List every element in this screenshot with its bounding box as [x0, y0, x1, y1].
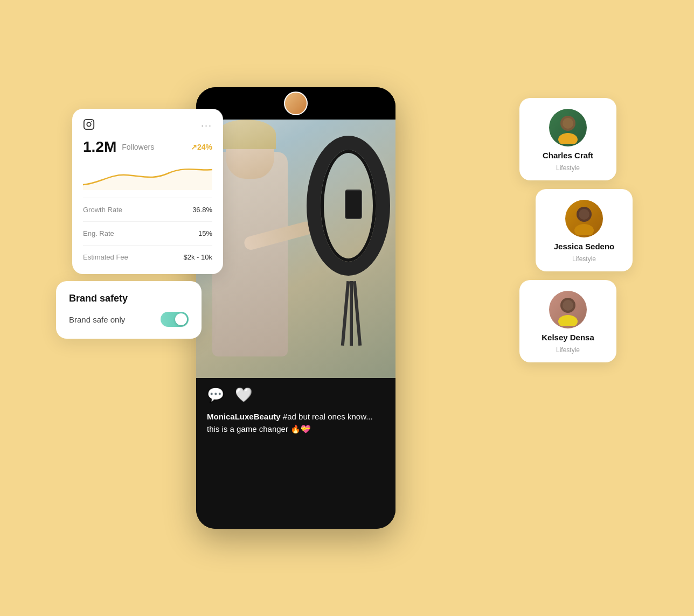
- stats-divider-2: [83, 221, 212, 222]
- eng-rate-value: 15%: [198, 229, 212, 237]
- stat-row-growth: Growth Rate 36.8%: [83, 202, 212, 217]
- stats-card-header: ···: [83, 118, 212, 133]
- brand-safety-row: Brand safe only: [69, 312, 189, 327]
- brand-safe-toggle[interactable]: [161, 312, 189, 327]
- kelsey-name: Kelsey Densa: [542, 333, 594, 342]
- comment-icon[interactable]: 💬: [207, 387, 224, 403]
- avatar-kelsey: [549, 291, 587, 328]
- avatar-face-jessica: [565, 200, 603, 237]
- caption-username: MonicaLuxeBeauty: [207, 412, 281, 421]
- main-scene: 💬 🤍 MonicaLuxeBeauty #ad but real ones k…: [105, 66, 589, 550]
- svg-point-5: [563, 118, 573, 129]
- followers-count: 1.2M: [83, 138, 116, 156]
- svg-point-1: [87, 122, 91, 126]
- followers-row: 1.2M Followers ↗24%: [83, 138, 212, 156]
- brand-safety-title: Brand safety: [69, 293, 189, 304]
- charles-category: Lifestyle: [556, 164, 580, 172]
- eng-rate-label: Eng. Rate: [83, 229, 114, 237]
- influencer-card-jessica[interactable]: Jessica Sedeno Lifestyle: [536, 189, 633, 271]
- growth-rate-value: 36.8%: [192, 206, 212, 214]
- svg-point-7: [574, 224, 594, 235]
- toggle-thumb: [175, 313, 187, 325]
- estimated-fee-value: $2k - 10k: [184, 253, 212, 261]
- svg-point-2: [91, 121, 92, 122]
- influencer-card-kelsey[interactable]: Kelsey Densa Lifestyle: [519, 280, 616, 362]
- stats-divider: [83, 198, 212, 198]
- follower-chart: [83, 163, 212, 190]
- charles-name: Charles Craft: [543, 151, 593, 160]
- followers-label: Followers: [122, 143, 154, 151]
- brand-safe-only-label: Brand safe only: [69, 315, 125, 324]
- kelsey-category: Lifestyle: [556, 346, 580, 354]
- phone-profile-avatar: [284, 92, 308, 115]
- brand-safety-card: Brand safety Brand safe only: [56, 281, 202, 339]
- growth-rate-label: Growth Rate: [83, 206, 122, 214]
- svg-point-10: [558, 315, 578, 326]
- avatar-face-charles: [549, 109, 587, 146]
- stat-row-fee: Estimated Fee $2k - 10k: [83, 250, 212, 264]
- phone-top-bar: [196, 87, 395, 120]
- phone-card: 💬 🤍 MonicaLuxeBeauty #ad but real ones k…: [196, 87, 395, 529]
- jessica-name: Jessica Sedeno: [554, 242, 615, 251]
- jessica-category: Lifestyle: [572, 255, 596, 263]
- phone-bottom: 💬 🤍 MonicaLuxeBeauty #ad but real ones k…: [196, 378, 395, 529]
- more-options-button[interactable]: ···: [201, 120, 212, 131]
- phone-actions: 💬 🤍: [207, 387, 385, 403]
- estimated-fee-label: Estimated Fee: [83, 253, 128, 261]
- phone-image: [196, 120, 395, 378]
- stats-card: ··· 1.2M Followers ↗24% Growth Rate 36.8…: [72, 109, 223, 274]
- svg-point-11: [563, 300, 573, 311]
- svg-rect-0: [84, 120, 94, 129]
- growth-badge: ↗24%: [191, 143, 212, 151]
- instagram-icon: [83, 118, 95, 133]
- like-icon[interactable]: 🤍: [235, 387, 252, 403]
- influencer-card-charles[interactable]: Charles Craft Lifestyle: [519, 98, 616, 180]
- avatar-charles: [549, 109, 587, 146]
- influencer-cards-list: Charles Craft Lifestyle Jessica Sedeno L…: [519, 98, 633, 362]
- stat-row-engagement: Eng. Rate 15%: [83, 226, 212, 241]
- svg-point-8: [579, 209, 589, 220]
- avatar-face-kelsey: [549, 291, 587, 328]
- avatar-jessica: [565, 200, 603, 237]
- stats-divider-3: [83, 245, 212, 246]
- svg-point-4: [558, 133, 578, 144]
- phone-caption: MonicaLuxeBeauty #ad but real ones know.…: [207, 411, 385, 435]
- toggle-track: [161, 312, 189, 327]
